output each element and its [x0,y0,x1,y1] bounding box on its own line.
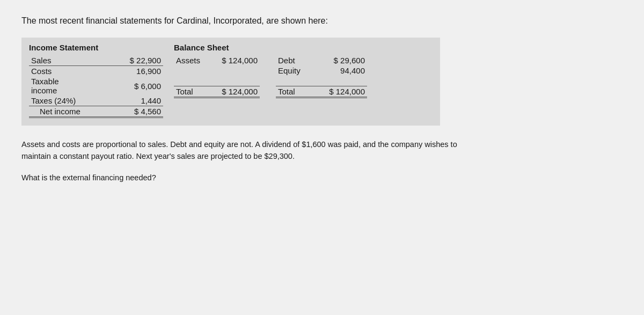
table-row: Total $ 124,000 [276,86,367,98]
taxable-income-value: $ 6,000 [112,76,163,96]
table-row [174,76,260,86]
debt-label: Debt [276,55,315,65]
taxable-income-label: Taxableincome [29,76,112,96]
assets-spacer2-val [212,76,260,86]
table-row: Taxableincome $ 6,000 [29,76,163,96]
debt-value: $ 29,600 [315,55,367,65]
income-statement: Income Statement Sales $ 22,900 Costs 16… [29,43,163,118]
taxes-value: 1,440 [112,96,163,106]
assets-value: $ 124,000 [212,55,260,65]
assets-total-value: $ 124,000 [212,86,260,98]
liabilities-table: Debt $ 29,600 Equity 94,400 Total $ 124,… [276,55,367,98]
table-row: Debt $ 29,600 [276,55,367,65]
equity-value: 94,400 [315,65,367,76]
net-income-label: Net income [29,106,112,118]
financial-tables: Income Statement Sales $ 22,900 Costs 16… [21,38,440,126]
table-row [276,76,367,86]
balance-sheet: Balance Sheet Assets $ 124,000 [174,43,367,118]
table-row: Costs 16,900 [29,66,163,77]
assets-spacer [174,65,212,76]
question-text: What is the external financing needed? [21,173,623,182]
table-row: Total $ 124,000 [174,86,260,98]
income-statement-header: Income Statement [29,43,163,52]
assets-table: Assets $ 124,000 Total $ 124,000 [174,55,260,98]
assets-label: Assets [174,55,212,65]
costs-label: Costs [29,66,112,77]
income-statement-table: Sales $ 22,900 Costs 16,900 Taxableincom… [29,55,163,118]
table-row [174,65,260,76]
sales-value: $ 22,900 [112,55,163,66]
costs-value: 16,900 [112,66,163,77]
assets-spacer2 [174,76,212,86]
balance-sheet-tables: Assets $ 124,000 Total $ 124,000 [174,55,367,98]
table-row: Sales $ 22,900 [29,55,163,66]
table-row: Net income $ 4,560 [29,106,163,118]
liab-spacer [276,76,315,86]
liabilities-total-value: $ 124,000 [315,86,367,98]
assets-total-label: Total [174,86,212,98]
taxes-label: Taxes (24%) [29,96,112,106]
sales-label: Sales [29,55,112,66]
table-row: Taxes (24%) 1,440 [29,96,163,106]
table-row: Equity 94,400 [276,65,367,76]
description-text: Assets and costs are proportional to sal… [21,138,462,163]
liabilities-total-label: Total [276,86,315,98]
intro-text: The most recent financial statements for… [21,16,623,26]
equity-label: Equity [276,65,315,76]
balance-sheet-header: Balance Sheet [174,43,367,52]
net-income-value: $ 4,560 [112,106,163,118]
assets-spacer-val [212,65,260,76]
table-row: Assets $ 124,000 [174,55,260,65]
